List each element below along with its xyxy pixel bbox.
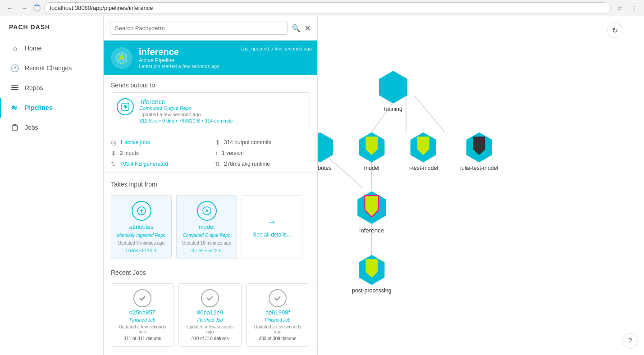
- stat-version: ↕ 1 version: [215, 150, 310, 157]
- node-training[interactable]: training: [379, 71, 407, 112]
- stat-generated: ↻ 793.4 KB generated: [111, 160, 206, 168]
- menu-button[interactable]: ⋮: [629, 3, 639, 14]
- svg-text:julia-test-model: julia-test-model: [460, 165, 498, 171]
- input-name-attributes: attributes: [129, 223, 153, 230]
- input-card-model[interactable]: model Computed Output Repo Updated 16 mi…: [176, 195, 237, 259]
- svg-rect-0: [11, 85, 18, 86]
- svg-text:inference: inference: [359, 227, 384, 234]
- job-card-1[interactable]: 80ba12e9 Finished Job Updated a few seco…: [178, 283, 242, 347]
- sidebar-item-pipelines[interactable]: Pipelines: [0, 98, 103, 118]
- svg-line-13: [327, 156, 363, 188]
- sidebar-item-recent-changes[interactable]: 🕐 Recent Changes: [0, 58, 103, 78]
- see-all-card[interactable]: → See all details...: [242, 195, 302, 259]
- job-icon-0: [133, 289, 151, 307]
- job-status-1: Finished Job: [197, 318, 223, 323]
- home-icon: ⌂: [10, 44, 19, 53]
- sidebar-label-home: Home: [25, 45, 41, 52]
- main-content: 🔍 ✕ inference Active Pipeline Latest job: [104, 16, 644, 355]
- job-card-2[interactable]: ab01998f Finished Job Updated a few seco…: [246, 283, 309, 347]
- search-bar: 🔍 ✕: [104, 16, 317, 41]
- search-button[interactable]: 🔍: [292, 24, 301, 32]
- job-id-2: ab01998f: [265, 309, 290, 316]
- sidebar-item-repos[interactable]: Repos: [0, 78, 103, 98]
- help-button[interactable]: ?: [622, 333, 638, 349]
- job-datums-1: 310 of 310 datums: [192, 336, 229, 341]
- repo-info: inference Computed Output Repo Updated a…: [139, 98, 233, 123]
- job-icon-1: [201, 289, 219, 307]
- sidebar-label-jobs: Jobs: [25, 124, 38, 131]
- model-icon: [197, 201, 217, 221]
- stats-col-left: ◎ 1 active jobs ⬇ 2 inputs ↻ 793.4 KB ge…: [111, 139, 206, 168]
- back-button[interactable]: ←: [5, 3, 15, 14]
- svg-rect-3: [12, 126, 18, 130]
- takes-input-title: Takes input from: [104, 174, 317, 191]
- pipeline-header: inference Active Pipeline Latest job sta…: [104, 41, 317, 75]
- job-status-2: Finished Job: [265, 318, 291, 323]
- pipeline-icon-wrapper: [111, 47, 132, 69]
- input-updated-attributes: Updated 3 minutes ago: [118, 241, 164, 246]
- repo-icon: [117, 98, 134, 115]
- input-type-attributes: Manually Ingested Repo: [117, 233, 166, 238]
- svg-marker-16: [379, 71, 407, 104]
- see-all-text: See all details...: [253, 232, 291, 238]
- stat-inputs: ⬇ 2 inputs: [111, 150, 206, 157]
- job-card-0[interactable]: d25ba857 Finished Job Updated a few seco…: [111, 283, 174, 347]
- job-card-3[interactable]: 7e... Fini... Upd...: [314, 283, 317, 347]
- sidebar-item-home[interactable]: ⌂ Home: [0, 38, 103, 58]
- node-model[interactable]: model: [359, 132, 384, 171]
- node-inference[interactable]: inference: [357, 191, 386, 234]
- generated-icon: ↻: [111, 160, 116, 168]
- node-post-processing[interactable]: post-processing: [352, 255, 392, 294]
- svg-rect-1: [11, 87, 18, 88]
- output-repo-updated: Updated a few seconds ago: [139, 112, 233, 117]
- job-updated-1: Updated a few seconds ago: [184, 324, 236, 334]
- stat-avg-runtime: ⇅ 278ms avg runtime: [215, 160, 310, 168]
- sidebar: PACH DASH ⌂ Home 🕐 Recent Changes Repos …: [0, 16, 104, 355]
- input-cards-container: attributes Manually Ingested Repo Update…: [104, 191, 317, 263]
- browser-chrome: ← → localhost:38080/app/pipelines/infere…: [0, 0, 644, 16]
- see-all-arrow-icon: →: [268, 217, 277, 227]
- job-datums-0: 311 of 311 datums: [124, 336, 161, 341]
- node-julia-test-model[interactable]: julia-test-model: [460, 132, 498, 171]
- job-id-1: 80ba12e9: [197, 309, 223, 316]
- search-input[interactable]: [110, 22, 288, 35]
- job-datums-2: 309 of 309 datums: [259, 336, 297, 341]
- pipeline-job-info: Latest job started a few seconds ago: [139, 64, 310, 69]
- version-icon: ↕: [215, 150, 218, 157]
- stat-output-commits: ⬆ 314 output commits: [215, 139, 310, 146]
- repos-icon: [10, 83, 19, 92]
- graph-refresh-button[interactable]: ↻: [607, 23, 622, 38]
- job-cards-container: d25ba857 Finished Job Updated a few seco…: [104, 280, 317, 350]
- input-stats-attributes: 0 files • 8144 B: [126, 248, 156, 253]
- loading-spinner: [33, 5, 41, 12]
- url-bar[interactable]: localhost:38080/app/pipelines/inference: [44, 2, 611, 14]
- stats-col-right: ⬆ 314 output commits ↕ 1 version ⇅ 278ms…: [215, 139, 310, 168]
- sidebar-item-jobs[interactable]: Jobs: [0, 118, 103, 137]
- pipeline-logo: [115, 51, 128, 65]
- output-repo-card[interactable]: inference Computed Output Repo Updated a…: [111, 92, 310, 129]
- app-logo: PACH DASH: [0, 16, 103, 38]
- svg-text:post-processing: post-processing: [352, 287, 392, 294]
- bookmark-button[interactable]: ☆: [614, 3, 625, 14]
- job-updated-2: Updated a few seconds ago: [252, 324, 303, 334]
- forward-button[interactable]: →: [19, 3, 30, 14]
- overlay-panel: 🔍 ✕ inference Active Pipeline Latest job: [104, 16, 318, 355]
- output-commits-icon: ⬆: [215, 139, 220, 146]
- attributes-icon: [132, 201, 151, 221]
- output-repo-stats: 312 files • 0 dirs • 763820 B • 314 comm…: [139, 118, 233, 123]
- output-repo-type: Computed Output Repo: [139, 105, 233, 111]
- runtime-icon: ⇅: [215, 160, 220, 168]
- close-button[interactable]: ✕: [304, 24, 311, 32]
- output-repo-name[interactable]: inference: [139, 98, 233, 105]
- stat-active-jobs: ◎ 1 active jobs: [111, 139, 206, 146]
- input-name-model: model: [199, 223, 215, 230]
- jobs-icon: [10, 123, 19, 132]
- node-r-test-model[interactable]: r-test-model: [408, 132, 438, 171]
- pipeline-updated: Last updated a few seconds ago: [241, 46, 312, 51]
- active-jobs-icon: ◎: [111, 139, 116, 146]
- sidebar-label-recent-changes: Recent Changes: [25, 64, 72, 72]
- svg-text:training: training: [384, 106, 402, 112]
- panel-content[interactable]: Sends output to inference Computed Outpu…: [104, 75, 317, 355]
- stats-row: ◎ 1 active jobs ⬇ 2 inputs ↻ 793.4 KB ge…: [104, 134, 317, 173]
- input-card-attributes[interactable]: attributes Manually Ingested Repo Update…: [111, 195, 172, 259]
